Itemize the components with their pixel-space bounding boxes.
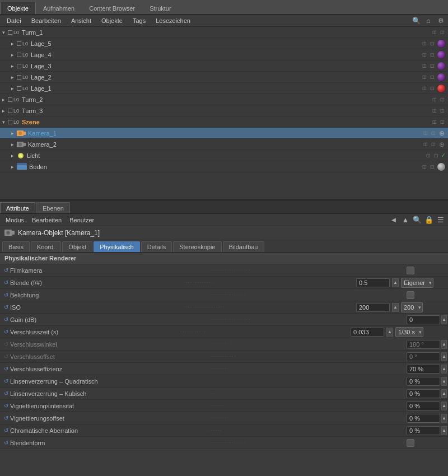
spinner-up-vignettierung-i[interactable]: ▲ [441,402,447,410]
tree-row-szene[interactable]: ▾ L0 Szene ◫ ◫ [0,116,448,128]
prop-enable-belichtung[interactable]: ↺ [2,292,10,298]
dropdown-verschlusszeit[interactable]: 1/30 s [395,327,423,337]
expand-lage5[interactable]: ▸ [9,40,16,47]
dropdown-iso[interactable]: 200 [401,302,423,312]
tree-row-lage2[interactable]: ▸ L0 Lage_2 ◫ ◫ [0,72,448,83]
prop-enable-vignettierung-o[interactable]: ↺ [2,415,10,421]
tree-row-lage4[interactable]: ▸ L0 Lage_4 ◫ ◫ [0,49,448,60]
forward-arrow-icon[interactable]: ▲ [400,215,410,225]
prop-checkbox-filmkamera[interactable] [407,267,414,274]
prop-input-verschlusswinkel[interactable] [407,340,440,349]
prop-input-gain[interactable] [407,315,440,324]
spinner-up-blende[interactable]: ▲ [392,278,399,287]
spinner-up-vignettierung-o[interactable]: ▲ [441,414,447,423]
tree-row-boden[interactable]: ▸ Boden ◫ ◫ [0,161,448,172]
prop-enable-filmkamera[interactable]: ↺ [2,267,10,273]
tree-row-licht[interactable]: ▸ Licht ◫ ◫ ✓ [0,150,448,161]
spinner-up-iso[interactable]: ▲ [392,303,399,312]
prop-enable-linsenverzerrung-q[interactable]: ↺ [2,378,10,384]
prop-input-iso[interactable] [356,303,390,312]
spinner-up-verschlusswinkel[interactable]: ▲ [441,340,447,349]
expand-licht[interactable]: ▸ [9,152,16,159]
spinner-up-verschlusseffizienz[interactable]: ▲ [441,365,447,374]
prop-input-linsenverzerrung-q[interactable] [407,377,440,386]
prop-enable-gain[interactable]: ↺ [2,316,10,323]
spinner-up-verschlusszeit[interactable]: ▲ [386,328,393,337]
expand-turm1[interactable]: ▾ [0,29,7,36]
dropdown-blende[interactable]: Eigener [401,278,433,288]
tab-content-browser[interactable]: Content Browser [82,2,142,14]
tab-struktur[interactable]: Struktur [142,2,179,14]
tree-row-lage5[interactable]: ▸ L0 Lage_5 ◫ ◫ [0,38,448,49]
expand-lage1[interactable]: ▸ [9,85,16,92]
prop-enable-blende[interactable]: ↺ [2,279,10,286]
expand-turm2[interactable]: ▸ [0,96,7,103]
prop-enable-verschlussoffset[interactable]: ↺ [2,353,10,360]
prop-input-verschlusszeit[interactable] [351,328,384,337]
tree-row-turm1[interactable]: ▾ L0 Turm_1 ◫ ◫ [0,27,448,38]
panel-tab-attribute[interactable]: Attribute [0,202,35,213]
menu-datei[interactable]: Datei [2,16,26,25]
cat-tab-stereoskopie[interactable]: Stereoskopie [173,241,221,252]
expand-kamera2[interactable]: ▸ [9,141,16,148]
tree-row-lage1[interactable]: ▸ L0 Lage_1 ◫ ◫ [0,83,448,94]
tab-objekte[interactable]: Objekte [0,2,36,14]
panel-tab-ebenen[interactable]: Ebenen [36,202,70,213]
cat-tab-physikalisch[interactable]: Physikalisch [94,241,140,252]
cat-tab-koord[interactable]: Koord. [31,241,61,252]
settings-icon[interactable]: ⚙ [436,16,446,26]
prop-input-vignettierung-o[interactable] [407,414,440,423]
prop-enable-verschlusszeit[interactable]: ↺ [2,329,10,335]
home-icon[interactable]: ⌂ [423,16,433,26]
spinner-up-gain[interactable]: ▲ [441,315,447,324]
expand-turm3[interactable]: ▸ [0,108,7,114]
prop-input-blende[interactable] [356,278,390,287]
prop-input-verschlussoffset[interactable] [407,352,440,361]
spinner-up-verschlussoffset[interactable]: ▲ [441,352,447,361]
tree-row-turm2[interactable]: ▸ L0 Turm_2 ◫ ◫ [0,94,448,105]
expand-szene[interactable]: ▾ [0,119,7,125]
prop-enable-chromatische[interactable]: ↺ [2,427,10,433]
prop-enable-vignettierung-i[interactable]: ↺ [2,403,10,409]
tree-row-kamera2[interactable]: ▸ Kamera_2 ◫ ◫ ⊕ [0,139,448,150]
lock-icon[interactable]: 🔒 [424,215,434,225]
menu-tags[interactable]: Tags [128,16,150,25]
tree-row-kamera1[interactable]: ▸ Kamera_1 ◫ ◫ ⊕ [0,128,448,139]
expand-lage2[interactable]: ▸ [9,74,16,81]
menu2-icon[interactable]: ☰ [436,215,446,225]
toolbar-benutzer[interactable]: Benutzer [66,216,97,225]
cat-tab-bildaufbau[interactable]: Bildaufbau [223,241,264,252]
prop-input-chromatische[interactable] [407,426,440,435]
menu-bearbeiten[interactable]: Bearbeiten [27,16,66,25]
prop-enable-linsenverzerrung-k[interactable]: ↺ [2,390,10,396]
prop-input-verschlusseffizienz[interactable] [407,365,440,374]
prop-input-linsenverzerrung-k[interactable] [407,389,440,398]
toolbar-modus[interactable]: Modus [2,216,27,225]
spinner-up-linsenverzerrung-q[interactable]: ▲ [441,377,447,386]
cat-tab-details[interactable]: Details [141,241,172,252]
prop-input-vignettierung-i[interactable] [407,402,440,410]
tree-row-lage3[interactable]: ▸ L0 Lage_3 ◫ ◫ [0,60,448,72]
back-arrow-icon[interactable]: ◄ [389,215,399,225]
expand-lage3[interactable]: ▸ [9,63,16,69]
spinner-up-chromatische[interactable]: ▲ [441,426,447,435]
toolbar-bearbeiten[interactable]: Bearbeiten [29,216,65,225]
menu-objekte[interactable]: Objekte [97,16,127,25]
prop-enable-iso[interactable]: ↺ [2,304,10,310]
menu-lesezeichen[interactable]: Lesezeichen [151,16,195,25]
tree-row-turm3[interactable]: ▸ L0 Turm_3 ◫ ◫ [0,105,448,116]
prop-enable-blendenform[interactable]: ↺ [2,440,10,446]
prop-checkbox-blendenform[interactable] [407,439,414,447]
tab-aufnahmen[interactable]: Aufnahmen [36,2,82,14]
prop-checkbox-belichtung[interactable] [407,291,414,299]
prop-enable-verschlusswinkel[interactable]: ↺ [2,341,10,347]
menu-ansicht[interactable]: Ansicht [67,16,96,25]
cat-tab-basis[interactable]: Basis [2,241,30,252]
spinner-up-linsenverzerrung-k[interactable]: ▲ [441,389,447,398]
expand-lage4[interactable]: ▸ [9,52,16,58]
cat-tab-objekt[interactable]: Objekt [62,241,92,252]
expand-boden[interactable]: ▸ [9,164,16,170]
expand-kamera1[interactable]: ▸ [9,130,16,137]
zoom-icon[interactable]: 🔍 [412,215,422,225]
search-icon[interactable]: 🔍 [411,16,421,26]
